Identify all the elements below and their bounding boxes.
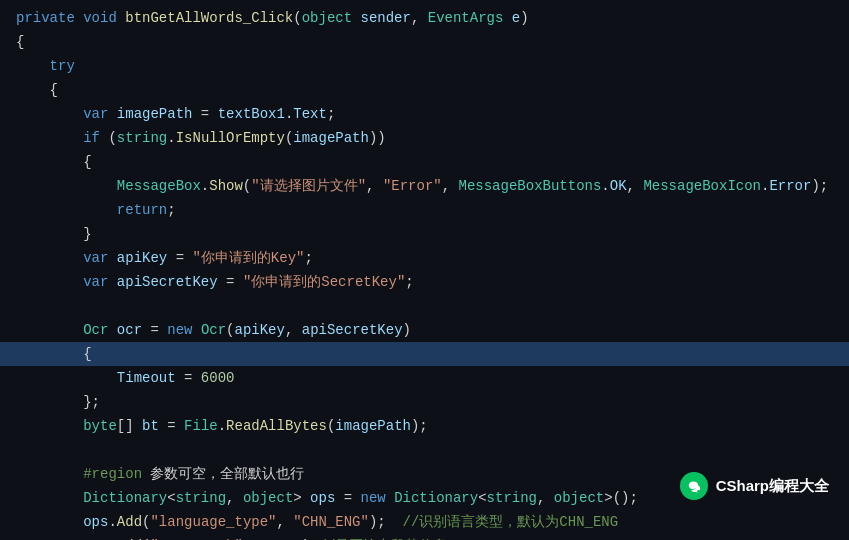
code-line: Ocr ocr = new Ocr(apiKey, apiSecretKey) [0,318,849,342]
code-line: byte[] bt = File.ReadAllBytes(imagePath)… [0,414,849,438]
code-line: private void btnGetAllWords_Click(object… [0,6,849,30]
code-line: { [0,30,849,54]
code-line: MessageBox.Show("请选择图片文件", "Error", Mess… [0,174,849,198]
keyword: void [83,7,125,29]
code-line-highlighted: { [0,342,849,366]
watermark: CSharp编程大全 [680,472,829,500]
code-line: if (string.IsNullOrEmpty(imagePath)) [0,126,849,150]
code-line: var imagePath = textBox1.Text; [0,102,849,126]
code-line: var apiSecretKey = "你申请到的SecretKey"; [0,270,849,294]
watermark-text: CSharp编程大全 [716,477,829,496]
code-line: var apiKey = "你申请到的Key"; [0,246,849,270]
code-line [0,294,849,318]
code-line [0,438,849,462]
code-line: return; [0,198,849,222]
code-line: }; [0,390,849,414]
code-line: ops.Add("language_type", "CHN_ENG"); //识… [0,510,849,534]
code-line: ops.Add("paragraph", true);//是否输出段落信息 [0,534,849,540]
code-line: { [0,150,849,174]
wechat-icon [680,472,708,500]
code-line: { [0,78,849,102]
code-editor: private void btnGetAllWords_Click(object… [0,0,849,540]
keyword: private [16,7,83,29]
code-line: } [0,222,849,246]
code-line: Timeout = 6000 [0,366,849,390]
type: object [302,7,352,29]
method-name: btnGetAllWords_Click [125,7,293,29]
code-line: try [0,54,849,78]
